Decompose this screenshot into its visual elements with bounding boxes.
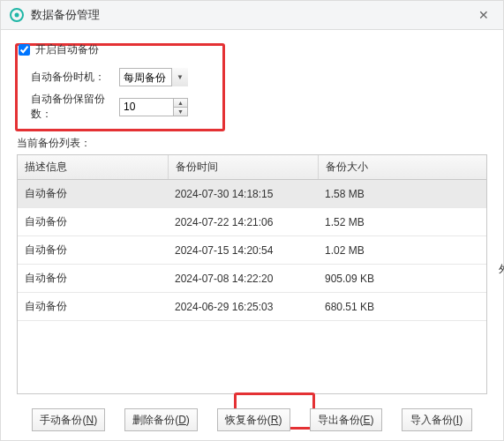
cell-time: 2024-07-30 14:18:15 — [168, 180, 318, 208]
action-button-row: 手动备份(N) 删除备份(D) 恢复备份(R) 导出备份(E) 导入备份(I) — [1, 408, 503, 431]
delete-backup-button[interactable]: 删除备份(D) — [124, 408, 198, 431]
stray-text: 外 — [499, 262, 504, 277]
table-row[interactable]: 自动备份2024-07-08 14:22:20905.09 KB — [18, 265, 486, 293]
cell-size: 680.51 KB — [318, 293, 486, 321]
cell-size: 1.02 MB — [318, 236, 486, 265]
cell-time: 2024-07-15 14:20:54 — [168, 236, 318, 265]
table-row[interactable]: 自动备份2024-07-22 14:21:061.52 MB — [18, 208, 486, 236]
header-time[interactable]: 备份时间 — [168, 155, 318, 180]
header-desc[interactable]: 描述信息 — [18, 155, 168, 180]
table-row[interactable]: 自动备份2024-07-15 14:20:541.02 MB — [18, 236, 486, 265]
table-row[interactable]: 自动备份2024-06-29 16:25:03680.51 KB — [18, 293, 486, 321]
close-button[interactable]: ✕ — [473, 8, 494, 22]
header-size[interactable]: 备份大小 — [318, 155, 486, 180]
spinner-up-button[interactable]: ▲ — [173, 99, 187, 108]
dialog-title: 数据备份管理 — [31, 7, 100, 23]
cell-desc: 自动备份 — [18, 293, 168, 321]
auto-backup-settings: 开启自动备份 自动备份时机： 每周备份 ▼ 自动备份保留份数： ▲ ▼ — [1, 30, 503, 136]
cell-desc: 自动备份 — [18, 208, 168, 236]
timing-select[interactable]: 每周备份 — [119, 68, 188, 86]
backup-dialog: 数据备份管理 ✕ 开启自动备份 自动备份时机： 每周备份 ▼ 自动备份保留份数：… — [0, 0, 504, 441]
table-header-row: 描述信息 备份时间 备份大小 — [18, 155, 486, 180]
backup-table: 描述信息 备份时间 备份大小 自动备份2024-07-30 14:18:151.… — [17, 154, 487, 394]
enable-auto-backup-checkbox[interactable] — [19, 44, 30, 56]
export-backup-button[interactable]: 导出备份(E) — [310, 408, 382, 431]
cell-size: 1.52 MB — [318, 208, 486, 236]
table-row[interactable]: 自动备份2024-07-30 14:18:151.58 MB — [18, 180, 486, 208]
import-backup-button[interactable]: 导入备份(I) — [402, 408, 472, 431]
enable-auto-backup-label[interactable]: 开启自动备份 — [35, 42, 99, 57]
cell-size: 1.58 MB — [318, 180, 486, 208]
cell-desc: 自动备份 — [18, 180, 168, 208]
title-bar: 数据备份管理 ✕ — [1, 1, 503, 30]
cell-time: 2024-07-22 14:21:06 — [168, 208, 318, 236]
restore-backup-button[interactable]: 恢复备份(R) — [217, 408, 290, 431]
timing-label: 自动备份时机： — [31, 70, 119, 85]
manual-backup-button[interactable]: 手动备份(N) — [32, 408, 105, 431]
svg-point-1 — [15, 13, 19, 18]
backup-list-label: 当前备份列表： — [1, 136, 503, 154]
cell-desc: 自动备份 — [18, 265, 168, 293]
keep-count-label: 自动备份保留份数： — [31, 92, 119, 122]
cell-time: 2024-07-08 14:22:20 — [168, 265, 318, 293]
cell-desc: 自动备份 — [18, 236, 168, 265]
app-icon — [10, 8, 24, 22]
spinner-down-button[interactable]: ▼ — [173, 108, 187, 116]
cell-size: 905.09 KB — [318, 265, 486, 293]
cell-time: 2024-06-29 16:25:03 — [168, 293, 318, 321]
